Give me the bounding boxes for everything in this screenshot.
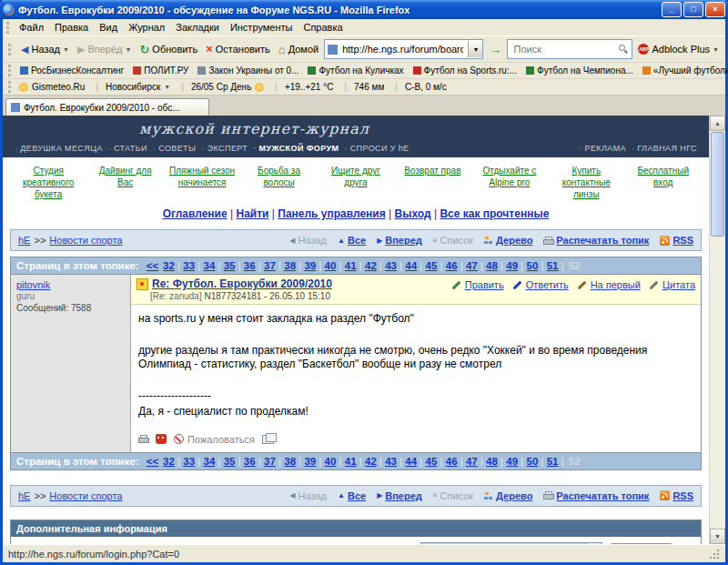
post-action-link[interactable]: На первый xyxy=(591,279,641,290)
forward-button[interactable]: ▶ Вперёд ▼ xyxy=(75,42,134,57)
topic-forward-label[interactable]: Вперед xyxy=(385,235,422,246)
topic-all-label[interactable]: Все xyxy=(348,490,366,501)
toolbar-grip[interactable] xyxy=(8,65,11,76)
page-link[interactable]: 43 xyxy=(385,456,397,467)
page-link[interactable]: 49 xyxy=(506,260,518,271)
menu-item[interactable]: Вид xyxy=(94,20,123,35)
adblock-dropdown-icon[interactable]: ▼ xyxy=(713,46,719,53)
topic-print-control[interactable]: Распечатать топик xyxy=(543,235,649,246)
page-link[interactable]: 44 xyxy=(405,260,417,271)
maximize-button[interactable]: □ xyxy=(683,2,703,17)
address-bar[interactable]: ▼ xyxy=(324,39,483,59)
post-title-link[interactable]: Re: Футбол. Еврокубки 2009/2010 xyxy=(152,277,332,290)
menu-item[interactable]: Закладки xyxy=(170,20,225,35)
page-link[interactable]: 47 xyxy=(466,260,478,271)
page-link[interactable]: 38 xyxy=(284,456,296,467)
page-link[interactable]: 37 xyxy=(264,456,276,467)
topic-tree-label[interactable]: Дерево xyxy=(496,235,532,246)
search-icon[interactable] xyxy=(619,45,628,54)
promo-link[interactable]: Борьба за волосы xyxy=(244,165,313,188)
bookmark-item[interactable]: Футбол на Чемпиона... xyxy=(521,65,638,76)
city-dropdown-icon[interactable]: ▼ xyxy=(164,84,170,90)
breadcrumb-site-link[interactable]: hЕ xyxy=(18,235,30,246)
promo-link[interactable]: Ищите друг друга xyxy=(321,165,390,188)
topic-print-label[interactable]: Распечатать топик xyxy=(556,490,649,501)
topic-all-label[interactable]: Все xyxy=(348,235,366,246)
title-bar[interactable]: Футбол. Еврокубки 2009/2010 - обсуждение… xyxy=(0,0,728,19)
weather-city-select[interactable]: Новосибирск ▼ xyxy=(102,82,187,92)
site-nav-link[interactable]: СТАТЬИ xyxy=(106,144,150,153)
topic-tree-control[interactable]: Дерево xyxy=(484,235,532,246)
page-link[interactable]: 35 xyxy=(224,456,236,467)
topic-rss-control[interactable]: RSS xyxy=(660,235,693,246)
topic-forward-control[interactable]: ▶Вперед xyxy=(377,235,422,246)
profile-windows-icon[interactable] xyxy=(262,435,274,444)
url-dropdown-icon[interactable]: ▼ xyxy=(468,41,482,57)
menu-item[interactable]: Справка xyxy=(298,20,348,35)
scroll-down-icon[interactable]: ▼ xyxy=(710,529,725,544)
page-link[interactable]: 35 xyxy=(224,260,236,271)
page-link[interactable]: 46 xyxy=(446,456,458,467)
post-action[interactable]: Ответить xyxy=(513,279,569,290)
page-link[interactable]: 46 xyxy=(446,260,458,271)
tab-active[interactable]: Футбол. Еврокубки 2009/2010 - обс... xyxy=(5,98,209,116)
topic-tree-control[interactable]: Дерево xyxy=(484,490,532,501)
back-dropdown-icon[interactable]: ▼ xyxy=(63,46,69,53)
bookmark-item[interactable]: «Лучший футболист г... xyxy=(638,65,728,76)
site-nav-link[interactable]: РЕКЛАМА xyxy=(576,144,629,153)
page-link[interactable]: 34 xyxy=(203,260,215,271)
post-action[interactable]: На первый xyxy=(578,279,641,290)
post-action-link[interactable]: Цитата xyxy=(662,279,695,290)
post-action[interactable]: Править xyxy=(452,279,504,290)
bookmark-item[interactable]: Футбол на Куличках xyxy=(303,65,408,76)
page-link[interactable]: 47 xyxy=(466,456,478,467)
topic-back-control[interactable]: ◀Назад xyxy=(289,490,327,501)
site-nav-link[interactable]: СПРОСИ У hЕ xyxy=(341,144,411,153)
go-button[interactable]: → xyxy=(486,40,504,58)
reply-to-label[interactable]: [Re: zanuda] xyxy=(150,291,202,301)
site-nav-link[interactable]: МУЖСКОЙ ФОРУМ xyxy=(250,144,341,153)
search-input[interactable] xyxy=(511,43,616,55)
printer-icon[interactable] xyxy=(138,435,148,443)
toolbar-grip[interactable] xyxy=(8,81,11,93)
author-link[interactable]: pitovnik xyxy=(16,279,50,290)
page-link[interactable]: 36 xyxy=(244,260,256,271)
bookmark-item[interactable]: Футбол на Sports.ru:... xyxy=(409,65,521,76)
weather-date[interactable]: 26/05 Ср День xyxy=(187,82,281,92)
page-link[interactable]: 38 xyxy=(284,260,296,271)
page-link[interactable]: 44 xyxy=(405,456,417,467)
page-link[interactable]: 51 xyxy=(547,456,559,467)
promo-link[interactable]: Пляжный сезон начинается xyxy=(167,165,237,188)
site-nav-link[interactable]: ДЕВУШКА МЕСЯЦА xyxy=(12,144,106,153)
first-page-link[interactable]: << xyxy=(147,456,158,467)
topic-all-control[interactable]: ▲Все xyxy=(338,490,366,501)
topic-print-control[interactable]: Распечатать топик xyxy=(543,490,649,501)
forum-nav-link[interactable]: Панель управления xyxy=(278,207,385,220)
page-link[interactable]: 39 xyxy=(304,260,316,271)
promo-link[interactable]: Бесплатный вход xyxy=(629,165,698,188)
site-nav-link[interactable]: ГЛАВНАЯ НГС xyxy=(629,144,700,153)
page-link[interactable]: 32 xyxy=(163,260,175,271)
promo-link[interactable]: Возврат прав xyxy=(398,165,467,177)
page-link[interactable]: 32 xyxy=(163,456,175,467)
page-link[interactable]: 34 xyxy=(203,456,215,467)
page-link[interactable]: 42 xyxy=(365,456,377,467)
forum-nav-link[interactable]: Оглавление xyxy=(163,207,228,220)
topic-print-label[interactable]: Распечатать топик xyxy=(556,235,649,246)
promo-link[interactable]: Дайвинг для Вас xyxy=(90,165,159,188)
bookmark-item[interactable]: Закон Украины от 0... xyxy=(193,65,303,76)
search-bar[interactable] xyxy=(507,39,632,59)
site-nav-link[interactable]: СОВЕТЫ xyxy=(150,144,199,153)
page-link[interactable]: 33 xyxy=(183,456,195,467)
stop-button[interactable]: × Остановить xyxy=(203,42,273,56)
breadcrumb-site-link[interactable]: hЕ xyxy=(18,490,30,501)
promo-link[interactable]: Отдыхайте с Alpine pro xyxy=(475,165,544,188)
back-button[interactable]: ◀ Назад ▼ xyxy=(18,42,72,57)
smiley-icon[interactable] xyxy=(156,434,167,444)
report-link[interactable]: Пожаловаться xyxy=(174,434,255,445)
page-link[interactable]: 41 xyxy=(345,260,357,271)
forum-nav-link[interactable]: Найти xyxy=(236,207,268,220)
bookmark-item[interactable]: ПОЛИТ.РУ xyxy=(128,65,193,76)
vertical-scrollbar[interactable]: ▲ ▼ xyxy=(709,116,725,544)
page-link[interactable]: 50 xyxy=(526,456,538,467)
